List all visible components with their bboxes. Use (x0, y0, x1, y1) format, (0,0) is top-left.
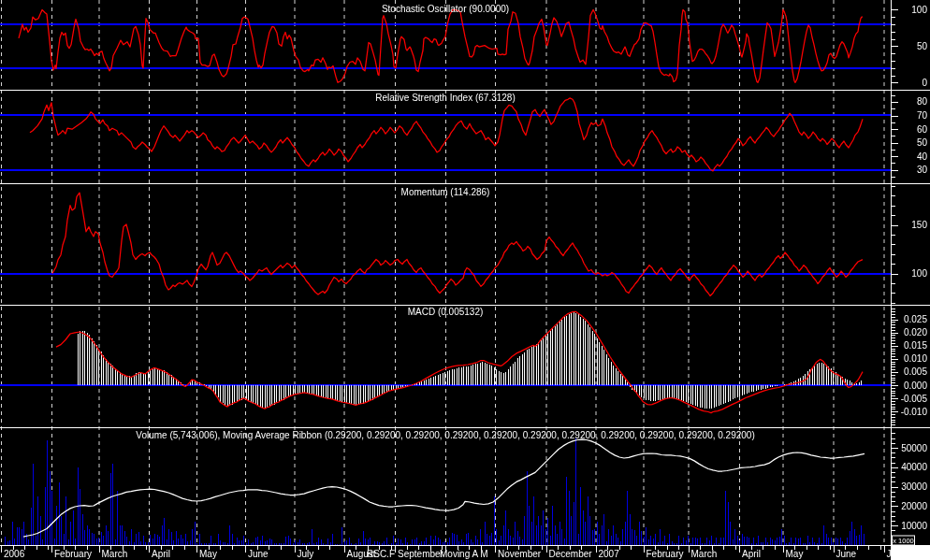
y-tick-label: 50000 (901, 443, 927, 453)
y-tick-label: 70 (917, 110, 928, 121)
y-tick-label: 0 (922, 78, 927, 88)
panel-separator (0, 183, 930, 184)
y-tick-label: 50 (917, 41, 928, 51)
y-tick-label: 0.020 (904, 327, 927, 337)
y-tick-label: -0.010 (901, 407, 928, 417)
threshold-line (0, 273, 891, 275)
x-label-month: April (742, 549, 761, 559)
threshold-line (0, 67, 891, 69)
y-tick-label: 100 (911, 5, 927, 15)
chart-background (0, 0, 930, 560)
chart-canvas: Stochastic Oscillator (90.0000)050100Rel… (0, 0, 930, 560)
corner-block (891, 546, 930, 560)
panel-title-volume: Volume (5,743,006), Moving Average Ribbo… (136, 430, 754, 440)
x-label-month: May (786, 549, 804, 559)
x-label-month: March (102, 549, 128, 559)
x-label-month: September (398, 549, 444, 559)
y-tick-label: 0.000 (904, 381, 927, 391)
panel-separator (0, 305, 930, 306)
y-tick-label: 10000 (901, 521, 927, 531)
x-label-month: May (199, 549, 217, 559)
x-label-month: 2007 (599, 549, 620, 559)
x-label-month: December (549, 549, 593, 559)
panel-separator (0, 427, 930, 428)
unit-box-label: x 1000 (893, 537, 914, 545)
x-label-month: February (647, 549, 684, 559)
threshold-line (0, 169, 891, 171)
y-tick-label: 60 (917, 124, 928, 135)
y-tick-label: 20000 (901, 501, 927, 511)
y-tick-label: 0.010 (904, 353, 927, 364)
x-label-month: 2006 (4, 549, 25, 559)
y-tick-label: 30000 (901, 481, 927, 492)
panel-title-momentum: Momentum (114.286) (401, 187, 490, 197)
y-tick-label: 150 (911, 220, 927, 230)
x-label-month: March (691, 549, 718, 559)
y-tick-label: 40000 (901, 462, 927, 472)
x-axis-line (0, 545, 930, 546)
panel-title-relative_strength_index: Relative Strength Index (67.3128) (375, 93, 516, 103)
y-tick-label: 100 (911, 268, 927, 279)
x-label-month: June (836, 549, 857, 559)
threshold-line (0, 114, 891, 116)
y-axis-line (891, 0, 892, 546)
volume-unit-box: x 1000 (893, 536, 915, 545)
panel-title-macd: MACD (0.005132) (408, 307, 484, 317)
x-axis-overlay-text: Moving A M (440, 549, 488, 559)
y-tick-label: 40 (917, 151, 928, 162)
y-tick-label: 50 (917, 137, 928, 148)
x-label-month: July (298, 549, 314, 559)
y-tick-label: 30 (917, 165, 928, 175)
y-tick-label: 0.025 (904, 314, 927, 324)
x-label-month: February (54, 549, 92, 559)
x-label-month: November (498, 549, 542, 559)
x-axis-overlay-text: RSC.F (367, 549, 395, 559)
y-tick-label: 0.015 (904, 340, 927, 351)
y-tick-label: 0.005 (904, 366, 927, 377)
y-tick-label: -0.005 (901, 394, 928, 404)
y-tick-label: 80 (917, 96, 928, 107)
x-label-month: June (248, 549, 269, 559)
panel-title-stochastic_oscillator: Stochastic Oscillator (90.0000) (382, 4, 509, 14)
threshold-line (0, 23, 891, 25)
x-label-month: April (152, 549, 170, 559)
panel-separator (0, 90, 930, 91)
technical-analysis-chart: Stochastic Oscillator (90.0000)050100Rel… (0, 0, 930, 560)
